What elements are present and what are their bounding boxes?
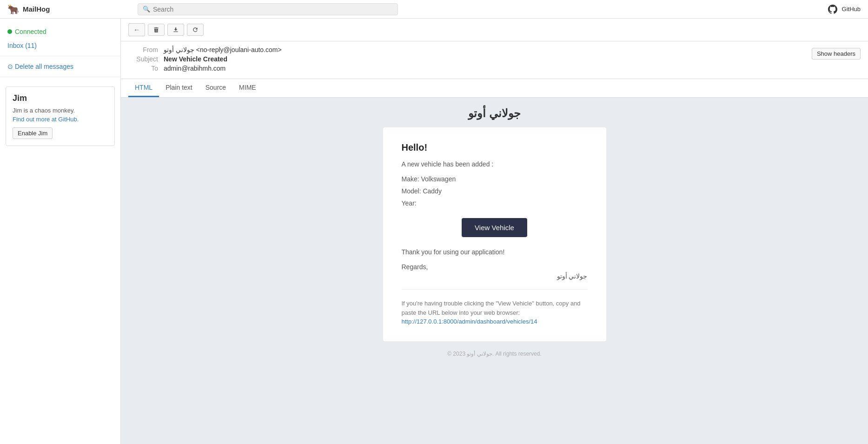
content-area: ← From جولاني أوتو <no-reply@jou [121, 19, 868, 444]
email-headers: From جولاني أوتو <no-reply@joulani-auto.… [121, 41, 868, 79]
email-toolbar: ← [121, 19, 868, 41]
email-card: Hello! A new vehicle has been added : Ma… [383, 127, 606, 341]
subject-label: Subject [130, 55, 158, 63]
email-hello: Hello! [402, 142, 588, 153]
topbar-right: GitHub [827, 4, 861, 15]
email-tabs: HTML Plain text Source MIME [121, 79, 868, 98]
mailhog-logo-icon: 🐂 [7, 4, 19, 15]
logo: 🐂 MailHog [7, 4, 128, 15]
refresh-button[interactable] [187, 24, 204, 36]
jim-title: Jim [13, 93, 108, 103]
to-row: To admin@rabihmh.com [130, 65, 859, 72]
email-make: Make: Volkswagen [402, 175, 588, 183]
email-model: Model: Caddy [402, 187, 588, 195]
email-thankyou: Thank you for using our application! [402, 248, 588, 256]
email-year: Year: [402, 199, 588, 207]
jim-github-link[interactable]: Find out more at GitHub. [13, 116, 108, 123]
tab-source[interactable]: Source [199, 79, 232, 97]
sidebar-divider-2 [0, 77, 120, 77]
email-content: جولاني أوتو Hello! A new vehicle has bee… [295, 107, 695, 366]
main-layout: Connected Inbox (11) ⊙ Delete all messag… [0, 19, 868, 444]
trash-icon [153, 27, 159, 33]
email-regards: Regards, [402, 263, 588, 271]
subject-value: New Vehicle Created [164, 55, 227, 63]
email-fallback-text: If you're having trouble clicking the "V… [402, 299, 588, 326]
to-value: admin@rabihmh.com [164, 65, 225, 72]
topbar: 🐂 MailHog 🔍 GitHub [0, 0, 868, 19]
from-value: جولاني أوتو <no-reply@joulani-auto.com> [164, 46, 282, 53]
email-footer: © 2023 جولاني أوتو. All rights reserved. [295, 351, 695, 366]
view-vehicle-button[interactable]: View Vehicle [462, 218, 527, 237]
email-intro: A new vehicle has been added : [402, 160, 588, 168]
jim-description: Jim is a chaos monkey. [13, 107, 108, 114]
tab-plain-text[interactable]: Plain text [159, 79, 199, 97]
from-row: From جولاني أوتو <no-reply@joulani-auto.… [130, 46, 859, 53]
download-button[interactable] [167, 24, 184, 36]
show-headers-button[interactable]: Show headers [812, 48, 861, 60]
connection-status: Connected [0, 24, 120, 39]
sidebar: Connected Inbox (11) ⊙ Delete all messag… [0, 19, 121, 444]
tab-html[interactable]: HTML [128, 79, 159, 97]
email-fallback-link[interactable]: http://127.0.0.1:8000/admin/dashboard/ve… [402, 318, 537, 325]
status-text: Connected [15, 28, 46, 35]
sidebar-divider [0, 56, 120, 56]
search-box: 🔍 [138, 3, 398, 15]
refresh-icon [192, 27, 199, 33]
inbox-link[interactable]: Inbox (11) [0, 39, 120, 52]
from-label: From [130, 46, 158, 53]
company-header: جولاني أوتو [295, 107, 695, 120]
app-name: MailHog [23, 5, 50, 13]
tab-mime[interactable]: MIME [232, 79, 263, 97]
status-dot [7, 29, 12, 34]
enable-jim-button[interactable]: Enable Jim [13, 127, 53, 139]
to-label: To [130, 65, 158, 72]
github-icon [827, 4, 838, 15]
back-button[interactable]: ← [128, 23, 145, 36]
email-regards-name: جولاني أوتو [402, 272, 588, 280]
jim-panel: Jim Jim is a chaos monkey. Find out more… [6, 86, 115, 146]
search-input[interactable] [153, 6, 393, 13]
subject-row: Subject New Vehicle Created [130, 55, 859, 63]
download-icon [172, 27, 179, 33]
delete-all-link[interactable]: ⊙ Delete all messages [0, 60, 120, 73]
email-body: جولاني أوتو Hello! A new vehicle has bee… [121, 98, 868, 444]
search-icon: 🔍 [143, 6, 150, 13]
email-divider [402, 289, 588, 290]
delete-button[interactable] [148, 24, 165, 36]
delete-icon: ⊙ [7, 63, 15, 70]
github-label: GitHub [842, 6, 861, 13]
